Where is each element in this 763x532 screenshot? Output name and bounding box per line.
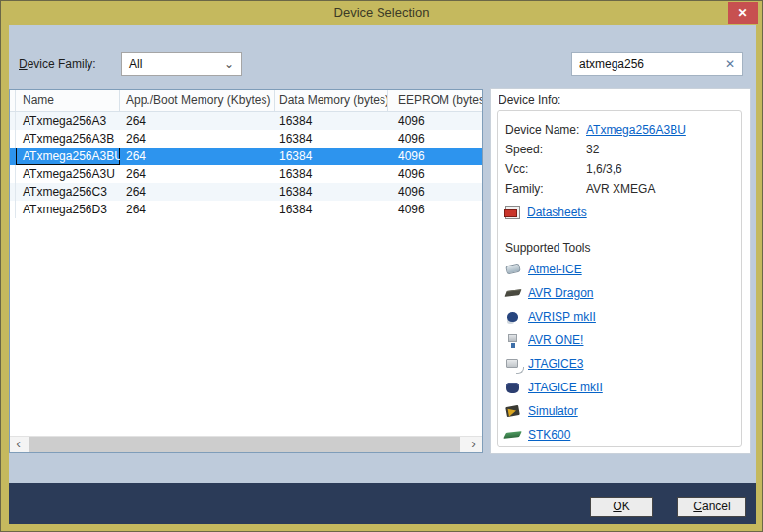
table-row[interactable]: ATxmega256A3 264 16384 4096 bbox=[10, 112, 482, 130]
close-button[interactable]: ✕ bbox=[728, 2, 758, 24]
table-row[interactable]: ATxmega256A3B 264 16384 4096 bbox=[10, 130, 482, 148]
device-family-label: Device Family: bbox=[19, 56, 96, 72]
table-header: Name App./Boot Memory (Kbytes) Data Memo… bbox=[10, 90, 482, 112]
tool-row: Simulator bbox=[505, 399, 734, 423]
tool-link-avr-one[interactable]: AVR ONE! bbox=[528, 333, 583, 347]
field-family: Family: AVR XMEGA bbox=[505, 179, 734, 199]
field-speed: Speed: 32 bbox=[505, 140, 734, 159]
table-row-selected[interactable]: ATxmega256A3BU 264 16384 4096 bbox=[10, 148, 482, 165]
scroll-left-arrow-icon[interactable]: ‹ bbox=[10, 437, 27, 452]
field-vcc: Vcc: 1,6/3,6 bbox=[505, 159, 734, 179]
tool-row: Atmel-ICE bbox=[505, 258, 734, 281]
column-header-name[interactable]: Name bbox=[16, 90, 120, 111]
dialog-content: Device Family: All ⌄ ✕ Name App./Boot Me… bbox=[9, 25, 756, 524]
close-icon: ✕ bbox=[737, 6, 747, 20]
footer-bar: OK Cancel bbox=[9, 483, 756, 524]
tool-link-stk600[interactable]: STK600 bbox=[528, 428, 570, 442]
device-info-heading: Device Info: bbox=[491, 89, 750, 107]
cell-name: ATxmega256A3BU bbox=[16, 148, 120, 165]
cell-name: ATxmega256A3 bbox=[16, 112, 120, 130]
device-info-panel: Device Info: Device Name: ATxmega256A3BU… bbox=[490, 88, 751, 454]
chevron-down-icon: ⌄ bbox=[224, 54, 234, 74]
datasheets-row: Datasheets bbox=[505, 203, 734, 222]
device-table: Name App./Boot Memory (Kbytes) Data Memo… bbox=[9, 89, 483, 453]
table-row[interactable]: ATxmega256A3U 264 16384 4096 bbox=[10, 165, 482, 183]
avr-one-icon bbox=[505, 333, 522, 347]
ok-button[interactable]: OK bbox=[590, 497, 653, 517]
tool-row: AVR Dragon bbox=[505, 281, 734, 305]
column-header-appboot[interactable]: App./Boot Memory (Kbytes) bbox=[120, 90, 275, 111]
simulator-icon bbox=[505, 404, 522, 418]
search-input[interactable] bbox=[572, 53, 718, 75]
stk600-icon bbox=[505, 428, 522, 442]
column-header-datamem[interactable]: Data Memory (bytes) bbox=[275, 90, 388, 111]
scrollbar-thumb[interactable] bbox=[29, 437, 460, 452]
pdf-icon bbox=[505, 206, 520, 219]
tool-row: STK600 bbox=[505, 423, 734, 446]
cell-name: ATxmega256C3 bbox=[16, 183, 120, 201]
cell-name: ATxmega256A3B bbox=[16, 130, 120, 148]
search-clear-button[interactable]: ✕ bbox=[721, 55, 738, 73]
datasheets-link[interactable]: Datasheets bbox=[527, 203, 587, 222]
tool-link-avrisp-mkii[interactable]: AVRISP mkII bbox=[528, 310, 596, 324]
table-row[interactable]: ATxmega256D3 264 16384 4096 bbox=[10, 201, 482, 218]
table-row[interactable]: ATxmega256C3 264 16384 4096 bbox=[10, 183, 482, 201]
window-title: Device Selection bbox=[1, 5, 762, 20]
tool-link-jtagice-mkii[interactable]: JTAGICE mkII bbox=[528, 381, 603, 394]
tool-row: AVRISP mkII bbox=[505, 305, 734, 328]
cell-name: ATxmega256A3U bbox=[16, 165, 120, 183]
column-header-eeprom[interactable]: EEPROM (bytes) bbox=[388, 90, 482, 111]
scroll-right-arrow-icon[interactable]: › bbox=[465, 437, 482, 452]
jtagice3-icon bbox=[505, 357, 522, 371]
titlebar: Device Selection ✕ bbox=[1, 1, 762, 25]
tool-link-simulator[interactable]: Simulator bbox=[528, 404, 578, 418]
device-selection-dialog: Device Selection ✕ Device Family: All ⌄ … bbox=[0, 0, 763, 532]
clear-icon: ✕ bbox=[725, 57, 734, 71]
cancel-button[interactable]: Cancel bbox=[677, 497, 746, 517]
device-name-link[interactable]: ATxmega256A3BU bbox=[586, 120, 686, 140]
avrisp-mkii-icon bbox=[505, 310, 522, 324]
cell-name: ATxmega256D3 bbox=[16, 201, 120, 218]
device-family-value: All bbox=[129, 57, 142, 71]
tool-row: JTAGICE mkII bbox=[505, 376, 734, 399]
jtagice-mkii-icon bbox=[505, 381, 522, 394]
atmel-ice-icon bbox=[505, 263, 522, 276]
horizontal-scrollbar[interactable]: ‹ › bbox=[10, 436, 482, 452]
tool-link-avr-dragon[interactable]: AVR Dragon bbox=[528, 286, 593, 300]
device-search-box: ✕ bbox=[571, 52, 743, 76]
supported-tools-heading: Supported Tools bbox=[505, 238, 734, 258]
tool-link-jtagice3[interactable]: JTAGICE3 bbox=[528, 357, 583, 371]
avr-dragon-icon bbox=[505, 286, 522, 300]
device-info-groupbox: Device Name: ATxmega256A3BU Speed: 32 Vc… bbox=[497, 110, 742, 447]
tool-row: JTAGICE3 bbox=[505, 352, 734, 376]
field-device-name: Device Name: ATxmega256A3BU bbox=[505, 120, 734, 140]
tool-link-atmel-ice[interactable]: Atmel-ICE bbox=[528, 263, 582, 276]
tool-row: AVR ONE! bbox=[505, 328, 734, 352]
device-family-dropdown[interactable]: All ⌄ bbox=[121, 52, 242, 76]
